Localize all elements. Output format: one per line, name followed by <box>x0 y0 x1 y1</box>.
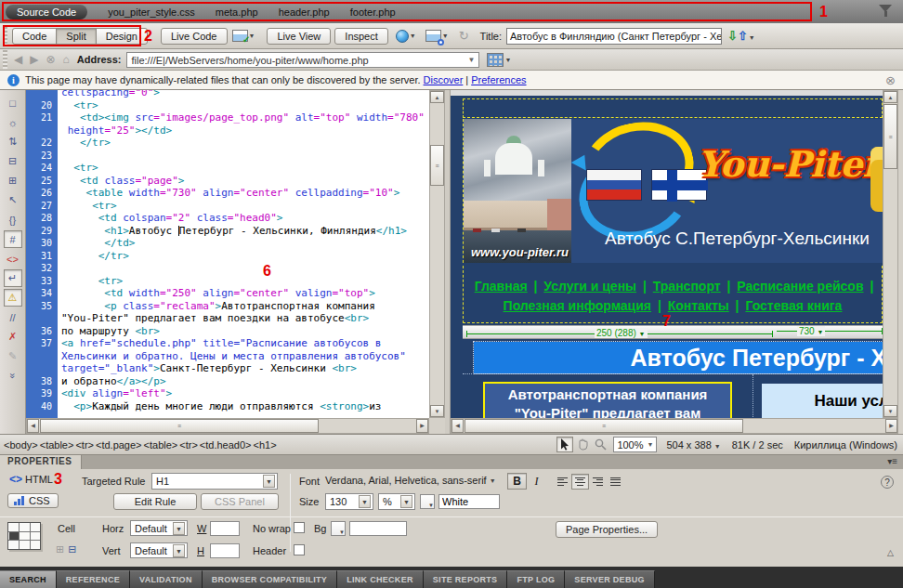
select-parent-tag-icon[interactable]: ↖ <box>4 191 22 209</box>
cell-height-input[interactable] <box>210 543 240 558</box>
code-line[interactable]: 24 <tr> <box>26 162 429 175</box>
results-tab-reference[interactable]: REFERENCE <box>57 570 130 588</box>
code-line[interactable]: 38и обратно</a></p> <box>26 375 429 388</box>
format-source-code-icon[interactable]: ✎ <box>4 347 22 365</box>
page-heading-bar[interactable]: Автобус Петербург - Хельсинки <box>474 342 883 373</box>
live-view-button[interactable]: Live View <box>267 28 331 45</box>
justify-button[interactable] <box>607 474 624 490</box>
stop-icon[interactable]: ⊗ <box>46 53 55 66</box>
preview-in-browser-icon[interactable]: ▼ <box>396 28 416 45</box>
bg-color-input[interactable] <box>349 521 407 536</box>
promo-box[interactable]: Автотранспортная компания "You-Piter" пр… <box>483 382 732 418</box>
discover-link[interactable]: Discover <box>424 74 464 85</box>
css-mode-button[interactable]: CSS <box>7 493 59 508</box>
address-input[interactable]: file:///E|/WebServers/home/you-piter/www… <box>126 52 479 68</box>
align-left-button[interactable] <box>554 474 571 490</box>
panel-menu-icon[interactable]: ▾≡ <box>887 456 897 466</box>
title-input[interactable]: Автобус в Финляндию (Санкт Петербург - Х… <box>506 28 722 45</box>
select-tool-icon[interactable] <box>556 437 573 452</box>
hand-tool-icon[interactable] <box>574 437 591 452</box>
scrollbar-thumb[interactable]: ≡ <box>40 419 319 433</box>
nav-link[interactable]: Контакты <box>668 298 729 313</box>
inspect-button[interactable]: Inspect <box>334 28 387 45</box>
text-color-swatch[interactable]: ▼ <box>420 494 435 509</box>
html-mode-button[interactable]: HTML <box>25 474 53 485</box>
code-line[interactable]: height="25"></td> <box>26 124 429 137</box>
results-tab-browser-compatibility[interactable]: BROWSER COMPATIBILITY <box>203 570 337 588</box>
bg-color-swatch[interactable]: ▼ <box>331 521 346 536</box>
align-center-button[interactable] <box>571 474 589 490</box>
more-tools-icon[interactable]: » <box>4 367 21 385</box>
forward-icon[interactable]: ▶ <box>30 53 38 66</box>
code-line[interactable]: 21 <td><img src="images/page_top.png" al… <box>26 111 429 124</box>
addressbar-grip[interactable] <box>3 50 7 69</box>
page-properties-button[interactable]: Page Properties... <box>556 521 658 538</box>
zoom-tool-icon[interactable] <box>592 437 609 452</box>
code-line[interactable]: 32 <box>26 262 429 275</box>
live-code-button[interactable]: Live Code <box>161 28 228 45</box>
page-top-image-row[interactable] <box>463 98 883 118</box>
results-tab-search[interactable]: SEARCH <box>0 570 57 588</box>
code-view[interactable]: cellspacing="0">20 <tr>21 <td><img src="… <box>26 90 429 418</box>
tag-selector-item[interactable]: <tr> <box>75 439 94 451</box>
apply-comment-icon[interactable]: // <box>4 308 22 326</box>
merge-cells-icon[interactable]: ⊞ <box>56 543 64 555</box>
properties-tab[interactable]: PROPERTIES <box>0 455 82 469</box>
highlight-invalid-code-icon[interactable]: <> <box>4 250 22 268</box>
code-line[interactable]: cellspacing="0"> <box>26 90 429 99</box>
code-line[interactable]: 27 <tr> <box>26 200 429 213</box>
nav-link[interactable]: Транспорт <box>653 279 721 294</box>
get-file-icon[interactable]: ⇩ <box>727 29 738 43</box>
code-line[interactable]: 31 </tr> <box>26 250 429 263</box>
nav-link[interactable]: Полезная информация <box>504 298 651 313</box>
results-tab-ftp-log[interactable]: FTP LOG <box>507 570 565 588</box>
table-width-guide[interactable]: 250 (288) ▼ 730 ▼ <box>463 325 883 339</box>
nav-link[interactable]: Услуги и цены <box>543 279 636 294</box>
split-cell-icon[interactable]: ⊟ <box>68 543 76 555</box>
align-right-button[interactable] <box>589 474 607 490</box>
site-banner[interactable]: You-Piter Автобус С.Петербург-Хельсинки … <box>463 119 883 263</box>
tag-selector-item[interactable]: <tr> <box>179 439 198 451</box>
code-line[interactable]: "You-Piter" предлагает вам поездки на ав… <box>26 312 429 325</box>
code-line[interactable]: 33 <tr> <box>26 275 429 288</box>
nav-link[interactable]: Главная <box>475 279 528 294</box>
table-width-730[interactable]: 730 ▼ <box>797 326 825 336</box>
code-line[interactable]: Хельсинки и обратно. Цены и места отправ… <box>26 350 429 363</box>
scrollbar-thumb[interactable]: ≡ <box>465 419 743 433</box>
view-options-icon[interactable] <box>487 53 504 67</box>
code-line[interactable]: 40 <p>Каждый день многие люди отправляют… <box>26 400 429 413</box>
refresh-icon[interactable]: ↻ <box>459 29 469 43</box>
nav-link[interactable]: Гостевая книга <box>745 298 842 313</box>
cell-width-input[interactable] <box>210 521 240 536</box>
code-line[interactable]: 20 <tr> <box>26 99 429 112</box>
size-dropdown[interactable]: 130▼ <box>325 493 373 510</box>
code-line[interactable]: 25 <td class="page"> <box>26 175 429 188</box>
home-icon[interactable]: ⌂ <box>63 53 70 66</box>
tag-selector-item[interactable]: <body> <box>4 439 38 451</box>
code-line[interactable]: 34 <td width="250" align="center" valign… <box>26 287 429 300</box>
code-line[interactable]: 37<a href="schedule.php" title="Расписан… <box>26 337 429 350</box>
back-icon[interactable]: ◀ <box>14 53 22 66</box>
results-tab-site-reports[interactable]: SITE REPORTS <box>424 570 508 588</box>
code-line[interactable]: 35 <p class="reclama">Автотранспортная к… <box>26 300 429 313</box>
check-browser-compatibility-icon[interactable]: ✓▼ <box>232 28 255 45</box>
tag-selector-item[interactable]: <td.page> <box>96 439 142 451</box>
collapse-selection-icon[interactable]: ⊟ <box>4 152 22 170</box>
file-get-put-icons[interactable]: ⇩⇧▼ <box>727 29 755 43</box>
results-tab-validation[interactable]: VALIDATION <box>130 570 203 588</box>
column-width-250[interactable]: 250 (288) ▼ <box>595 328 648 338</box>
code-line[interactable]: 36по маршруту <br> <box>26 325 429 338</box>
code-line[interactable]: 29 <h1>Автобус Петербург - Хельсинки, Фи… <box>26 225 429 238</box>
vert-align-dropdown[interactable]: Default▼ <box>130 542 188 558</box>
code-line[interactable]: 23 <box>26 150 429 163</box>
window-size-dropdown[interactable]: 504 x 388▼ <box>666 439 720 451</box>
horz-align-dropdown[interactable]: Default▼ <box>130 520 188 536</box>
balance-braces-icon[interactable]: {} <box>4 211 22 229</box>
code-line[interactable]: 28 <td colspan="2" class="head0"> <box>26 212 429 225</box>
bold-button[interactable]: B <box>507 473 527 490</box>
syntax-error-alerts-icon[interactable]: ⚠ <box>4 289 22 307</box>
code-vertical-scrollbar[interactable]: ▲ ≡ ▼ <box>429 90 445 418</box>
italic-button[interactable]: I <box>527 473 546 490</box>
help-icon[interactable]: ? <box>881 476 894 489</box>
design-horizontal-scrollbar[interactable]: ◀ ≡ ▶ <box>451 418 898 434</box>
